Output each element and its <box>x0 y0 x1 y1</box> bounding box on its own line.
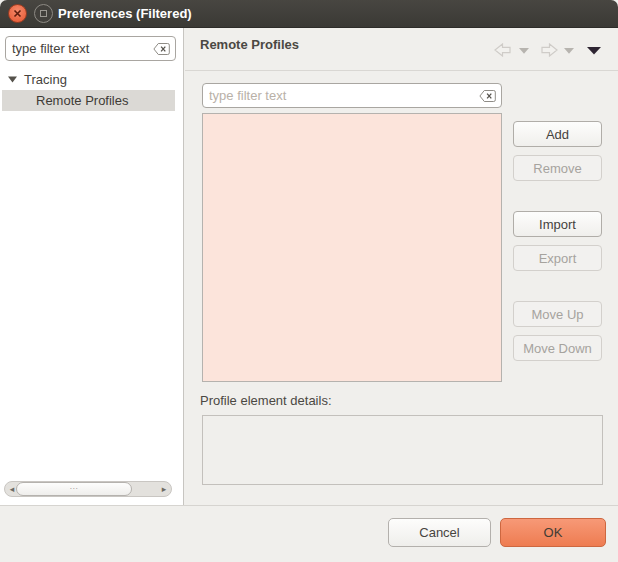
preferences-dialog: Preferences (Filtered) Tracing Remote Pr… <box>0 0 618 562</box>
titlebar: Preferences (Filtered) <box>0 0 618 28</box>
maximize-icon <box>40 10 47 17</box>
clear-filter-icon[interactable] <box>479 90 496 102</box>
move-down-button: Move Down <box>513 335 602 361</box>
sidebar-filter-input[interactable] <box>12 37 151 60</box>
ok-button[interactable]: OK <box>500 518 606 547</box>
move-up-button: Move Up <box>513 301 602 327</box>
close-icon <box>13 9 22 18</box>
scrollbar-thumb[interactable]: ⋯ <box>16 482 132 496</box>
forward-arrow-icon[interactable] <box>540 43 559 57</box>
sidebar: Tracing Remote Profiles ◂ ⋯ ▸ <box>0 28 184 505</box>
back-arrow-icon[interactable] <box>493 43 512 57</box>
sidebar-filter-field <box>5 36 176 61</box>
forward-history-dropdown-icon[interactable] <box>564 48 574 54</box>
tree-expander-icon[interactable] <box>8 76 17 83</box>
header-separator <box>185 70 618 71</box>
scroll-right-arrow-icon[interactable]: ▸ <box>159 484 169 494</box>
back-history-dropdown-icon[interactable] <box>519 48 529 54</box>
add-button[interactable]: Add <box>513 121 602 147</box>
remote-profiles-list[interactable] <box>202 113 502 382</box>
page-title: Remote Profiles <box>200 37 299 52</box>
window-title: Preferences (Filtered) <box>58 0 192 28</box>
clear-filter-icon[interactable] <box>153 43 170 55</box>
remove-button: Remove <box>513 155 602 181</box>
sidebar-horizontal-scrollbar[interactable]: ◂ ⋯ ▸ <box>4 481 172 497</box>
tree-item-remote-profiles[interactable]: Remote Profiles <box>2 90 175 111</box>
profiles-filter-input[interactable] <box>209 84 477 107</box>
profile-details-label: Profile element details: <box>200 393 332 408</box>
window-close-button[interactable] <box>8 4 27 23</box>
export-button: Export <box>513 245 602 271</box>
window-maximize-button[interactable] <box>34 4 53 23</box>
tree-item-label: Remote Profiles <box>36 90 128 111</box>
import-button[interactable]: Import <box>513 211 602 237</box>
profile-details-box <box>202 415 603 485</box>
tree-item-tracing[interactable]: Tracing <box>0 69 184 90</box>
view-menu-icon[interactable] <box>587 47 601 55</box>
profiles-filter-field <box>202 83 502 108</box>
tree-item-label: Tracing <box>24 69 67 90</box>
footer-separator <box>0 505 618 506</box>
cancel-button[interactable]: Cancel <box>388 518 491 547</box>
